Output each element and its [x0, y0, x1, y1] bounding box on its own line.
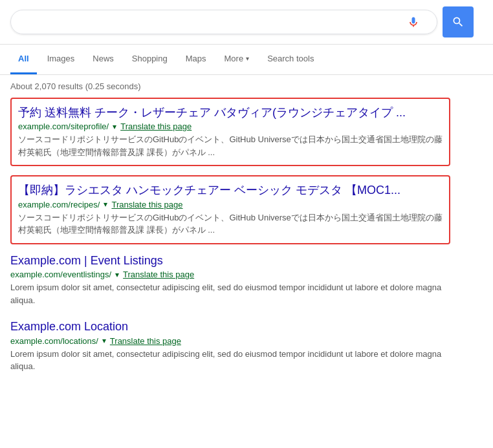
separator-1: ▾	[113, 122, 116, 131]
search-bar-container: site:example.com/	[0, 0, 493, 45]
mic-icon[interactable]	[407, 16, 420, 28]
translate-link-1[interactable]: Translate this page	[120, 122, 192, 131]
tab-images[interactable]: Images	[39, 45, 83, 74]
result-url-row-3: example.com/eventlistings/ ▾ Translate t…	[10, 270, 450, 279]
nav-tabs: All Images News Shopping Maps More ▾ Sea…	[0, 45, 493, 75]
result-url-2: example.com/recipes/	[18, 200, 100, 209]
chevron-down-icon: ▾	[246, 55, 249, 62]
tab-more[interactable]: More ▾	[217, 45, 257, 74]
tab-search-tools[interactable]: Search tools	[259, 45, 322, 74]
search-field-wrapper: site:example.com/	[10, 10, 437, 34]
translate-link-4[interactable]: Translate this page	[110, 336, 181, 346]
search-input[interactable]: site:example.com/	[21, 16, 407, 28]
results-container: 予約 送料無料 チーク・レザーチェア バタヴィア(ラウンジチェアタイプ ... …	[0, 98, 493, 373]
tab-news[interactable]: News	[85, 45, 122, 74]
tab-shopping[interactable]: Shopping	[124, 45, 175, 74]
tab-all[interactable]: All	[10, 45, 37, 74]
result-title-2[interactable]: 【即納】ラシエスタ ハンモックチェアー ベーシック モデスタ 【MOC1...	[18, 183, 443, 198]
result-url-row-4: example.com/locations/ ▾ Translate this …	[10, 336, 450, 346]
separator-2: ▾	[104, 200, 107, 209]
translate-link-2[interactable]: Translate this page	[111, 200, 182, 209]
result-snippet-4: Lorem ipsum dolor sit amet, consectetur …	[10, 348, 450, 373]
result-item-3: Example.com | Event Listings example.com…	[10, 253, 450, 306]
result-item-4: Example.com Location example.com/locatio…	[10, 319, 450, 372]
result-title-3[interactable]: Example.com | Event Listings	[10, 253, 450, 268]
result-snippet-1: ソースコードリポジトリサービスのGitHubのイベント、GitHub Unive…	[18, 133, 443, 158]
result-url-row-1: example.com/siteprofile/ ▾ Translate thi…	[18, 122, 443, 131]
separator-4: ▾	[102, 336, 106, 345]
result-url-4: example.com/locations/	[10, 336, 98, 346]
result-url-row-2: example.com/recipes/ ▾ Translate this pa…	[18, 200, 443, 209]
translate-link-3[interactable]: Translate this page	[123, 270, 194, 279]
tab-maps[interactable]: Maps	[178, 45, 214, 74]
result-snippet-3: Lorem ipsum dolor sit amet, consectetur …	[10, 281, 450, 306]
results-info: About 2,070 results (0.25 seconds)	[0, 75, 493, 98]
result-url-1: example.com/siteprofile/	[18, 122, 109, 131]
search-button[interactable]	[443, 6, 474, 37]
result-item-1: 予約 送料無料 チーク・レザーチェア バタヴィア(ラウンジチェアタイプ ... …	[10, 98, 450, 166]
result-url-3: example.com/eventlistings/	[10, 270, 111, 279]
result-title-1[interactable]: 予約 送料無料 チーク・レザーチェア バタヴィア(ラウンジチェアタイプ ...	[18, 105, 443, 120]
separator-3: ▾	[115, 270, 119, 279]
result-title-4[interactable]: Example.com Location	[10, 319, 450, 334]
result-snippet-2: ソースコードリポジトリサービスのGitHubのイベント、GitHub Unive…	[18, 211, 443, 237]
result-item-2: 【即納】ラシエスタ ハンモックチェアー ベーシック モデスタ 【MOC1... …	[10, 175, 450, 244]
